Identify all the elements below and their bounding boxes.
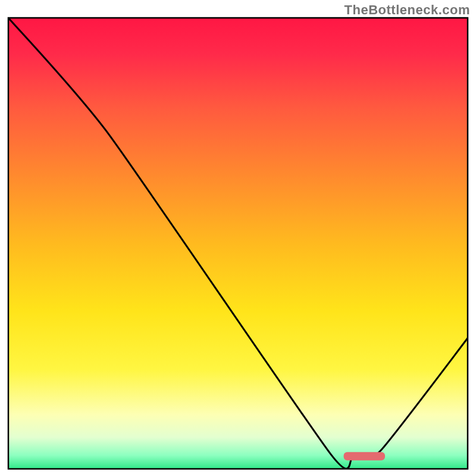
chart-stage: TheBottleneck.com xyxy=(0,0,476,476)
bottleneck-chart xyxy=(0,0,476,476)
optimal-range-marker xyxy=(344,452,385,461)
plot-background xyxy=(8,18,468,469)
